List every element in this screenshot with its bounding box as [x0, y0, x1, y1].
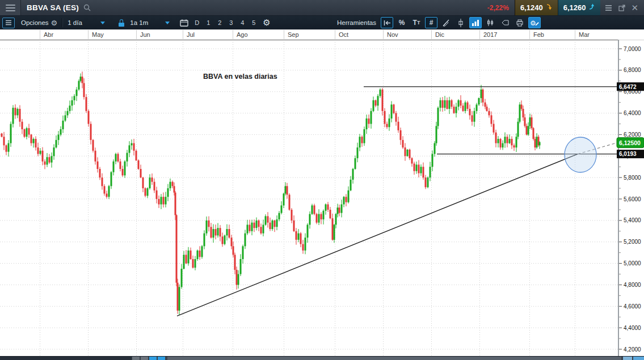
callout-tool-button[interactable]	[499, 17, 511, 28]
y-axis-label: 5,2000	[624, 239, 641, 245]
y-axis-label: 5,6000	[624, 196, 641, 202]
chart-type-tool-button[interactable]	[469, 17, 482, 28]
chart-settings-gear-icon[interactable]: ⚙	[259, 18, 273, 28]
drag-grip-icon[interactable]	[605, 5, 612, 11]
calendar-button[interactable]	[177, 18, 191, 28]
ask-price-button[interactable]: 6,1260	[558, 0, 601, 15]
month-label: Nov	[387, 31, 398, 38]
level-price-badge-label: 6,6472	[619, 84, 637, 90]
search-icon[interactable]	[83, 4, 91, 11]
options-button[interactable]: Opciones ⚙	[18, 18, 60, 28]
percent-tool-button[interactable]: %	[395, 17, 408, 28]
gear-icon: ⚙	[51, 19, 58, 27]
list-view-button[interactable]	[2, 18, 15, 28]
trading-app-window: BBVA SA (ES) -2,22% 6,1240 6,1260 ✕	[0, 0, 644, 360]
month-label: May	[92, 31, 104, 38]
period-button-4[interactable]: 4	[237, 19, 248, 26]
menu-button[interactable]	[0, 0, 21, 15]
down-arrow-icon	[546, 3, 553, 12]
lock-icon[interactable]	[119, 19, 124, 27]
scrollbar-button[interactable]	[158, 357, 165, 360]
drawing-tools: Herramientas %TT#⚙	[337, 16, 542, 29]
print-tool-button[interactable]	[513, 17, 526, 28]
y-axis-label: 4,4000	[624, 325, 641, 331]
popout-icon[interactable]	[618, 5, 625, 11]
grid-tool-button[interactable]: #	[425, 17, 437, 28]
period-button-5[interactable]: 5	[248, 19, 259, 26]
chart-annotation: BBVA en velas diarias	[203, 73, 277, 81]
y-axis-label: 4,2000	[624, 346, 641, 353]
scrollbar-button[interactable]	[633, 357, 644, 360]
y-axis-label: 5,8000	[624, 175, 641, 181]
period-button-2[interactable]: 2	[214, 19, 225, 26]
y-axis-label: 6,8000	[624, 67, 641, 73]
ask-value: 6,1260	[563, 3, 586, 12]
tools-label: Herramientas	[337, 19, 376, 26]
no-draw-tool-button[interactable]	[440, 17, 452, 28]
period-buttons: D12345	[191, 19, 259, 26]
level-price-badge-label: 6,0193	[619, 151, 637, 157]
chevron-down-icon	[100, 22, 105, 24]
bid-value: 6,1240	[520, 3, 543, 12]
period-button-1[interactable]: 1	[203, 19, 214, 26]
options-label: Opciones	[21, 19, 49, 26]
month-label: Dic	[435, 31, 444, 38]
month-label: Sep	[288, 31, 299, 38]
month-label: Jul	[187, 31, 195, 38]
up-arrow-icon	[588, 3, 595, 12]
close-icon[interactable]: ✕	[631, 3, 638, 13]
instrument-title: BBVA SA (ES)	[27, 3, 79, 12]
price-chart[interactable]: AbrMayJunJulAgoSepOctNovDic2017FebMar7,0…	[0, 29, 644, 356]
y-axis-label: 6,2000	[624, 132, 641, 138]
titlebar-right: -2,22% 6,1240 6,1260 ✕	[487, 0, 644, 15]
candle-style-tool-button[interactable]	[454, 17, 467, 28]
scrollbar-thumb[interactable]	[167, 357, 621, 360]
toolbar: Opciones ⚙ 1 día 1a 1m D12345 ⚙	[0, 16, 644, 29]
month-label: Jun	[140, 31, 150, 38]
y-axis-label: 4,8000	[624, 282, 641, 288]
indicators-tool-button[interactable]	[484, 17, 496, 28]
y-axis-label: 5,0000	[624, 260, 641, 266]
month-label: Feb	[533, 31, 544, 38]
y-axis-label: 4,6000	[624, 303, 641, 310]
month-label: Oct	[339, 31, 348, 38]
scrollbar-track-left	[0, 357, 132, 360]
bottom-scrollbar[interactable]	[0, 356, 644, 360]
y-axis-label: 6,4000	[624, 110, 641, 116]
period-button-3[interactable]: 3	[225, 19, 237, 26]
svg-text:⚙: ⚙	[531, 19, 536, 27]
back-tool-button[interactable]	[381, 17, 393, 28]
text-tool-button[interactable]: TT	[410, 17, 423, 28]
month-label: 2017	[483, 31, 497, 38]
highlight-ellipse[interactable]	[565, 137, 596, 172]
last-price-badge-label: 6,12500	[619, 139, 641, 146]
chart-background	[0, 29, 644, 356]
month-label: Mar	[579, 31, 590, 38]
divider	[62, 18, 63, 27]
bid-price-button[interactable]: 6,1240	[515, 0, 558, 15]
titlebar: BBVA SA (ES) -2,22% 6,1240 6,1260 ✕	[0, 0, 644, 16]
month-label: Abr	[44, 31, 53, 38]
scrollbar-button[interactable]	[141, 357, 148, 360]
scrollbar-button[interactable]	[132, 357, 140, 360]
y-axis-label: 5,4000	[624, 217, 641, 223]
month-label: Ago	[237, 31, 248, 38]
scrollbar-button[interactable]	[149, 357, 157, 360]
period-button-D[interactable]: D	[191, 19, 203, 26]
change-percent: -2,22%	[487, 4, 509, 12]
range-value: 1a 1m	[130, 19, 148, 26]
draw-settings-tool-button[interactable]: ⚙	[528, 17, 541, 28]
y-axis-label: 7,0000	[624, 46, 641, 52]
range-dropdown[interactable]: 1a 1m	[127, 18, 177, 28]
interval-value: 1 día	[68, 19, 82, 26]
chevron-down-icon	[165, 22, 170, 24]
scrollbar-button[interactable]	[623, 357, 632, 360]
interval-dropdown[interactable]: 1 día	[65, 18, 116, 28]
